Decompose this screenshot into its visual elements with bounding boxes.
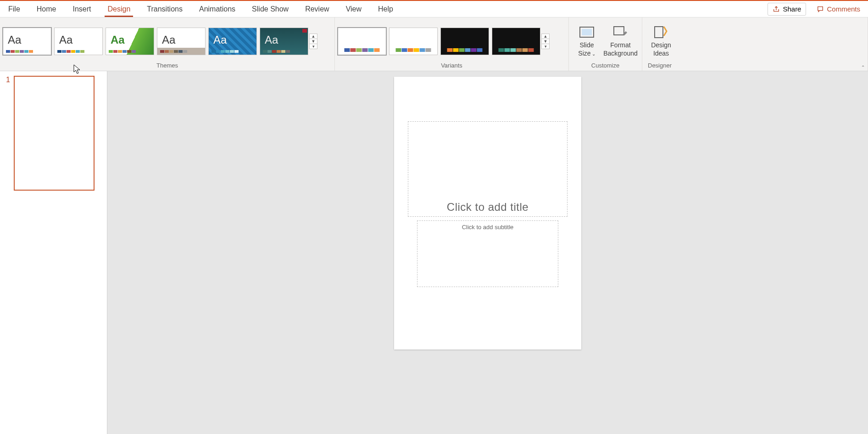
variant-item-1[interactable] [338,28,386,55]
slide-size-button[interactable]: Slide Size⌄ [572,22,602,61]
format-background-label: Format Background [603,41,638,57]
themes-gallery-scroll: ▲ ▼ ▾ [309,34,317,49]
variant-colors [499,48,534,52]
theme-preview-text: Aa [111,34,125,46]
theme-item-5[interactable]: Aa [208,28,257,55]
design-ideas-label: Design Ideas [651,41,671,57]
theme-item-2[interactable]: Aa [54,28,103,55]
slide-number: 1 [3,76,10,191]
tab-help[interactable]: Help [370,1,401,17]
theme-preview-text: Aa [162,34,175,46]
subtitle-placeholder[interactable]: Click to add subtitle [417,220,558,287]
themes-group-label: Themes [0,62,334,71]
tab-animations[interactable]: Animations [191,1,244,17]
tab-transitions[interactable]: Transitions [139,1,191,17]
share-label: Share [783,5,801,13]
designer-body: Design Ideas [642,17,868,62]
tab-insert[interactable]: Insert [64,1,99,17]
slide-canvas[interactable]: Click to add title Click to add subtitle [394,77,581,349]
design-ideas-icon [654,25,668,39]
theme-colors [263,50,290,53]
themes-gallery: Aa Aa Aa Aa Aa [3,28,308,55]
slide-thumb-row: 1 [3,76,104,191]
ribbon-tabs: File Home Insert Design Transitions Anim… [0,1,401,17]
svg-rect-1 [582,29,592,35]
variants-group-label: Variants [335,62,568,71]
group-variants: ▲ ▼ ▾ Variants [335,17,569,71]
comments-button[interactable]: Comments [812,3,865,16]
customize-body: Slide Size⌄ Format Background [569,17,642,62]
customize-group-label: Customize [569,62,642,71]
theme-item-4[interactable]: Aa [157,28,206,55]
theme-preview-text: Aa [59,34,72,46]
ribbon-tabbar: File Home Insert Design Transitions Anim… [0,1,868,17]
variants-scroll-up[interactable]: ▲ [541,34,550,39]
tab-view[interactable]: View [338,1,370,17]
variants-gallery-scroll: ▲ ▼ ▾ [541,34,550,49]
share-icon [773,6,780,13]
svg-rect-3 [655,27,663,38]
collapse-ribbon-button[interactable]: ⌃ [861,65,865,70]
variant-item-2[interactable] [389,28,438,55]
slide-thumbnail-1[interactable] [14,76,95,191]
format-background-icon [613,25,628,39]
format-background-button[interactable]: Format Background [602,22,639,61]
variant-colors [345,48,380,52]
designer-group-label: Designer [642,62,868,71]
variants-scroll-down[interactable]: ▼ [541,39,550,44]
comment-icon [817,6,824,13]
theme-colors [109,50,136,53]
slide-size-label: Slide Size⌄ [578,41,595,57]
slide-canvas-area[interactable]: Click to add title Click to add subtitle [107,71,868,434]
variant-item-4[interactable] [492,28,540,55]
title-placeholder[interactable]: Click to add title [408,121,568,217]
theme-item-3[interactable]: Aa [106,28,154,55]
themes-scroll-down[interactable]: ▼ [309,39,317,44]
title-placeholder-text: Click to add title [447,201,529,216]
variant-item-3[interactable] [440,28,489,55]
variants-gallery-wrap: ▲ ▼ ▾ [335,17,568,62]
theme-item-6[interactable]: Aa [260,28,308,55]
theme-colors [211,50,239,53]
tab-design[interactable]: Design [99,1,139,17]
subtitle-placeholder-text: Click to add subtitle [462,224,514,231]
variant-colors [447,48,483,52]
tab-home[interactable]: Home [28,1,65,17]
tab-file[interactable]: File [0,1,28,17]
theme-colors [160,50,187,53]
variant-colors [396,48,431,52]
comments-label: Comments [827,5,860,13]
slide-size-icon [579,25,594,39]
svg-rect-2 [614,27,624,35]
slide-thumbnail-panel[interactable]: 1 [0,71,107,434]
ribbon: Aa Aa Aa Aa Aa [0,17,868,71]
workspace: 1 Click to add title Click to add subtit… [0,71,868,434]
design-ideas-button[interactable]: Design Ideas [645,22,677,61]
tab-review[interactable]: Review [297,1,337,17]
themes-gallery-wrap: Aa Aa Aa Aa Aa [0,17,334,62]
variants-gallery [338,28,540,55]
group-themes: Aa Aa Aa Aa Aa [0,17,335,71]
tab-slide-show[interactable]: Slide Show [244,1,297,17]
theme-preview-text: Aa [213,34,227,46]
theme-colors [57,50,84,53]
group-designer: Design Ideas Designer ⌃ [642,17,868,71]
share-button[interactable]: Share [768,3,806,16]
themes-gallery-more[interactable]: ▾ [309,44,317,49]
theme-preview-text: Aa [265,34,278,46]
theme-colors [6,50,33,53]
theme-preview-text: Aa [8,34,21,46]
themes-scroll-up[interactable]: ▲ [309,34,317,39]
variants-gallery-more[interactable]: ▾ [541,44,550,49]
theme-item-1[interactable]: Aa [3,28,51,55]
group-customize: Slide Size⌄ Format Background Customize [569,17,642,71]
